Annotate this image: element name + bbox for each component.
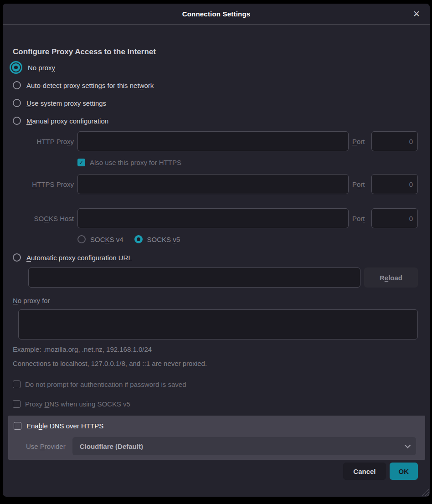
radio-use-system-label: Use system proxy settings — [26, 99, 106, 107]
share-proxy-label: Also use this proxy for HTTPS — [90, 159, 181, 166]
https-port-input[interactable] — [371, 174, 418, 194]
no-proxy-example-text: Example: .mozilla.org, .net.nz, 192.168.… — [13, 345, 418, 353]
proxy-dns-checkbox-row[interactable]: ✓ Proxy DNS when using SOCKS v5 — [13, 400, 418, 408]
autoproxy-url-row: Reload — [28, 267, 418, 288]
radio-auto-detect[interactable]: Auto-detect proxy settings for this netw… — [13, 78, 418, 92]
https-proxy-label: HTTPS Proxy — [13, 180, 74, 188]
radio-autoproxy-label: Automatic proxy configuration URL — [26, 254, 132, 262]
no-proxy-note-text: Connections to localhost, 127.0.0.1/8, a… — [13, 360, 418, 367]
no-auth-prompt-checkbox-row[interactable]: ✓ Do not prompt for authentication if pa… — [13, 381, 418, 388]
radio-icon — [13, 81, 21, 89]
radio-socks-v4-label: SOCKS v4 — [90, 236, 123, 243]
dialog-content: Configure Proxy Access to the Internet N… — [3, 47, 430, 480]
autoproxy-url-input[interactable] — [28, 267, 360, 288]
doh-provider-value: Cloudflare (Default) — [80, 442, 143, 450]
no-proxy-for-textarea[interactable] — [18, 309, 418, 339]
radio-socks-v5-label: SOCKS v5 — [147, 236, 180, 243]
resize-grip[interactable] — [422, 489, 429, 496]
http-port-label: Port — [352, 138, 368, 145]
socks-port-label: Port — [352, 215, 368, 222]
http-proxy-input[interactable] — [77, 131, 349, 151]
doh-provider-row: Use Provider Cloudflare (Default) — [26, 437, 416, 455]
checkbox-checked-icon: ✓ — [77, 159, 85, 166]
socks-host-label: SOCKS Host — [13, 215, 74, 222]
checkbox-icon: ✓ — [14, 422, 21, 430]
enable-doh-checkbox-row[interactable]: ✓ Enable DNS over HTTPS — [14, 421, 416, 431]
reload-button[interactable]: Reload — [364, 267, 418, 288]
radio-icon — [13, 117, 21, 125]
radio-icon-selected — [12, 63, 20, 72]
no-auth-prompt-label: Do not prompt for authentication if pass… — [25, 381, 186, 388]
dialog-title: Connection Settings — [182, 10, 251, 18]
radio-no-proxy[interactable]: No proxy — [13, 61, 418, 74]
ok-button[interactable]: OK — [390, 463, 418, 480]
checkbox-icon: ✓ — [13, 381, 21, 388]
proxy-dns-label: Proxy DNS when using SOCKS v5 — [25, 400, 130, 408]
no-proxy-for-label: No proxy for — [13, 297, 418, 304]
http-proxy-row: HTTP Proxy Port — [13, 131, 418, 151]
https-port-label: Port — [352, 180, 368, 188]
radio-autoproxy[interactable]: Automatic proxy configuration URL — [13, 251, 418, 264]
cancel-button[interactable]: Cancel — [343, 463, 386, 480]
radio-icon-selected — [134, 235, 143, 243]
radio-icon — [13, 99, 21, 107]
doh-section: ✓ Enable DNS over HTTPS Use Provider Clo… — [8, 416, 425, 460]
radio-icon — [77, 235, 86, 243]
checkbox-icon: ✓ — [13, 400, 21, 408]
https-proxy-row: HTTPS Proxy Port — [13, 174, 418, 194]
https-proxy-input[interactable] — [77, 174, 349, 194]
radio-socks-v5[interactable]: SOCKS v5 — [134, 235, 180, 243]
radio-socks-v4[interactable]: SOCKS v4 — [77, 235, 123, 243]
radio-manual[interactable]: Manual proxy configuration — [13, 114, 418, 128]
connection-settings-dialog: Connection Settings ✕ Configure Proxy Ac… — [3, 4, 430, 497]
radio-focus-ring — [10, 61, 22, 74]
http-proxy-label: HTTP Proxy — [13, 138, 74, 145]
dialog-footer: Cancel OK — [13, 463, 418, 480]
dialog-titlebar: Connection Settings ✕ — [3, 4, 430, 25]
socks-host-input[interactable] — [77, 208, 349, 228]
enable-doh-label: Enable DNS over HTTPS — [26, 422, 103, 430]
check-icon: ✓ — [79, 159, 84, 165]
radio-manual-label: Manual proxy configuration — [26, 117, 108, 125]
chevron-down-icon — [405, 442, 411, 448]
socks-host-row: SOCKS Host Port — [13, 208, 418, 228]
radio-no-proxy-label: No proxy — [28, 64, 55, 72]
radio-icon — [13, 253, 21, 262]
socks-port-input[interactable] — [371, 208, 418, 228]
close-icon[interactable]: ✕ — [410, 7, 423, 21]
doh-provider-dropdown[interactable]: Cloudflare (Default) — [72, 437, 416, 455]
use-provider-label: Use Provider — [26, 442, 66, 450]
socks-version-row: SOCKS v4 SOCKS v5 — [77, 234, 418, 244]
radio-auto-detect-label: Auto-detect proxy settings for this netw… — [26, 82, 154, 89]
radio-use-system[interactable]: Use system proxy settings — [13, 96, 418, 110]
page-title: Configure Proxy Access to the Internet — [13, 47, 418, 57]
http-port-input[interactable] — [371, 131, 418, 151]
share-proxy-checkbox-row[interactable]: ✓ Also use this proxy for HTTPS — [77, 159, 418, 166]
